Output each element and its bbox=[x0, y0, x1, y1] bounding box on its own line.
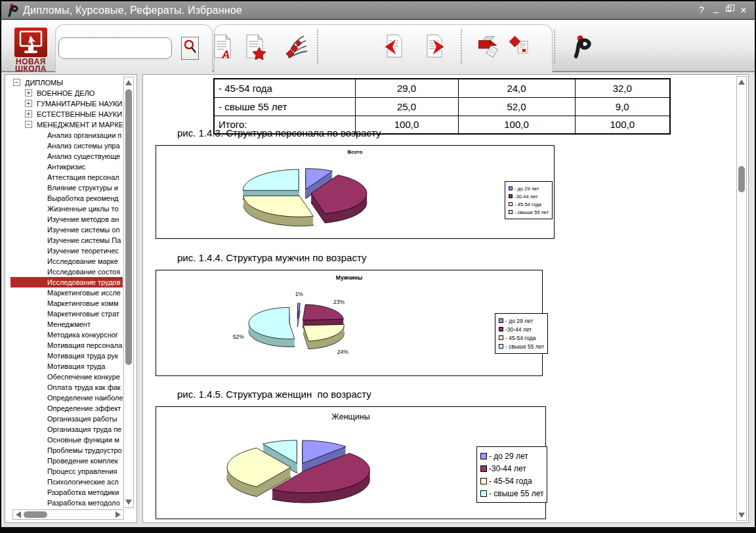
scroll-up-arrow[interactable] bbox=[125, 80, 132, 85]
document-scroll-thumb[interactable] bbox=[738, 166, 745, 192]
tree-item[interactable]: Психологические асп bbox=[10, 477, 123, 487]
tree-item-label: Определение эффект bbox=[47, 404, 121, 412]
scroll-down-arrow[interactable] bbox=[125, 500, 132, 505]
tree-horizontal-scrollbar[interactable] bbox=[12, 509, 124, 520]
legend-swatch bbox=[509, 210, 513, 214]
document-a-icon[interactable]: A bbox=[211, 33, 234, 60]
tree-item-label: Выработка рекоменд bbox=[47, 194, 118, 202]
scroll-right-arrow[interactable] bbox=[116, 511, 121, 518]
help-button[interactable]: ? bbox=[696, 4, 707, 16]
tree-item[interactable]: Жизненные циклы то bbox=[10, 203, 123, 214]
scroll-down-arrow[interactable] bbox=[738, 513, 745, 518]
tree-item-label: Анализ организации п bbox=[47, 131, 121, 139]
tree-vertical-scrollbar[interactable] bbox=[123, 77, 134, 508]
tree-item[interactable]: Организация труда пе bbox=[10, 424, 123, 435]
category-tree: −ДИПЛОМЫ+ВОЕННОЕ ДЕЛО+ГУМАНИТАРНЫЕ НАУКИ… bbox=[10, 77, 123, 507]
tree-item[interactable]: +ЕСТЕСТВЕННЫЕ НАУКИ bbox=[10, 109, 123, 119]
search-input[interactable] bbox=[58, 37, 172, 59]
legend-entry: - до 29 лет bbox=[480, 450, 543, 462]
minimize-button[interactable]: _ bbox=[710, 4, 722, 16]
legend-entry: - 45-54 года bbox=[480, 475, 543, 487]
tree-item[interactable]: Маркетинговые комм bbox=[10, 298, 123, 309]
window-title: Дипломы, Курсовые, Рефераты. Избранное bbox=[23, 1, 242, 19]
tree-item[interactable]: Изучение теоретичес bbox=[10, 245, 123, 256]
tree-item[interactable]: Изучение системы оп bbox=[10, 224, 123, 235]
tree-scroll-thumb[interactable] bbox=[125, 89, 132, 365]
chart-caption: рис. 1.4.3. Структура персонала по возра… bbox=[177, 127, 381, 139]
legend-label: - до 29 лет bbox=[514, 186, 539, 192]
pie-chart-men: Мужчины 1%23%24%52% - до 29 лет-30-44 ле… bbox=[156, 270, 543, 376]
export-icon[interactable] bbox=[509, 33, 533, 60]
tree-item[interactable]: −МЕНЕДЖМЕНТ И МАРКЕ bbox=[10, 119, 123, 130]
tree-item-label: Анализ существующе bbox=[47, 152, 120, 160]
document-vertical-scrollbar[interactable] bbox=[736, 76, 747, 521]
close-button[interactable]: × bbox=[738, 4, 749, 16]
tree-item[interactable]: +ГУМАНИТАРНЫЕ НАУКИ bbox=[10, 98, 123, 109]
chart-caption: рис. 1.4.4. Структура мужчин по возрасту bbox=[177, 252, 366, 263]
tree-item[interactable]: +ВОЕННОЕ ДЕЛО bbox=[10, 88, 123, 98]
tree-item[interactable]: Разработка методоло bbox=[10, 498, 123, 507]
tree-item[interactable]: Мотивация персонала bbox=[10, 340, 123, 351]
tree-item-label: Разработка методики bbox=[47, 488, 119, 496]
logo-monitor-icon bbox=[14, 28, 47, 57]
tree-item[interactable]: Основные функции м bbox=[10, 435, 123, 445]
tree-item[interactable]: Исследование состоя bbox=[10, 266, 123, 277]
tree-item-label: Разработка методоло bbox=[47, 499, 120, 507]
tree-item[interactable]: Исследование трудов bbox=[10, 277, 123, 288]
tree-item[interactable]: Изучение системы Па bbox=[10, 235, 123, 245]
tree-item[interactable]: Влияние структуры и bbox=[10, 182, 123, 193]
document-star-icon[interactable] bbox=[243, 33, 267, 60]
tree-item[interactable]: Антикризис bbox=[10, 161, 123, 172]
tree-item[interactable]: Процесс управления bbox=[10, 466, 123, 477]
tree-item[interactable]: Проблемы трудоустро bbox=[10, 445, 123, 456]
legend-label: - до 29 лет bbox=[505, 318, 533, 324]
collapse-icon[interactable]: − bbox=[13, 79, 20, 86]
tree-item[interactable]: Маркетинговые страт bbox=[10, 309, 123, 319]
percent-label: 24% bbox=[337, 349, 348, 355]
tree-item[interactable]: Анализ организации п bbox=[10, 130, 123, 140]
tree-item[interactable]: Аттестация персонал bbox=[10, 172, 123, 182]
table-cell: 29,0 bbox=[355, 79, 458, 97]
scroll-left-arrow[interactable] bbox=[16, 511, 21, 518]
tree-item[interactable]: Анализ существующе bbox=[10, 151, 123, 161]
forward-icon[interactable] bbox=[424, 33, 448, 60]
tree-hscroll-thumb[interactable] bbox=[24, 511, 47, 518]
legend-entry: -30-44 лет bbox=[499, 325, 544, 333]
fan-icon[interactable] bbox=[284, 33, 308, 60]
tree-item[interactable]: Оплата труда как фак bbox=[10, 382, 123, 393]
print-icon[interactable] bbox=[476, 33, 500, 60]
tree-item[interactable]: Изучение методов ан bbox=[10, 214, 123, 224]
tree-item[interactable]: Методика конкурсног bbox=[10, 330, 123, 340]
tree-item[interactable]: Маркетинговые иссле bbox=[10, 288, 123, 298]
tree-item[interactable]: Организация работы bbox=[10, 414, 123, 424]
restore-button[interactable] bbox=[724, 4, 736, 16]
expand-icon[interactable]: + bbox=[25, 110, 32, 117]
tree-item[interactable]: Обеспечение конкуре bbox=[10, 372, 123, 382]
tree-item[interactable]: −ДИПЛОМЫ bbox=[10, 77, 123, 88]
tree-item[interactable]: Проведение комплек bbox=[10, 456, 123, 466]
tree-item[interactable]: Анализ системы упра bbox=[10, 140, 123, 151]
tree-item[interactable]: Мотивация труда рук bbox=[10, 351, 123, 361]
tree-item[interactable]: Исследование марке bbox=[10, 256, 123, 266]
expand-icon[interactable]: + bbox=[25, 89, 32, 96]
tree-item-label: МЕНЕДЖМЕНТ И МАРКЕ bbox=[37, 121, 123, 129]
legend-entry: - свыше 55 лет bbox=[480, 487, 543, 500]
chart-legend: - до 29 лет-30-44 лет- 45-54 года- свыше… bbox=[495, 313, 548, 354]
expand-icon[interactable]: + bbox=[25, 100, 32, 107]
tree-item-label: Жизненные циклы то bbox=[47, 205, 119, 213]
tree-item[interactable]: Разработка методики bbox=[10, 487, 123, 498]
tree-item[interactable]: Выработка рекоменд bbox=[10, 193, 123, 203]
legend-swatch bbox=[509, 186, 513, 190]
scroll-up-arrow[interactable] bbox=[738, 79, 745, 85]
tree-item-label: Изучение теоретичес bbox=[47, 247, 119, 255]
tree-item[interactable]: Мотивация труда bbox=[10, 361, 123, 372]
tree-item[interactable]: Определение эффект bbox=[10, 403, 123, 414]
search-button[interactable] bbox=[181, 37, 199, 60]
legend-label: -30-44 лет bbox=[514, 194, 538, 200]
back-icon[interactable] bbox=[381, 33, 405, 60]
collapse-icon[interactable]: − bbox=[25, 121, 32, 128]
legend-label: - свыше 55 лет bbox=[514, 209, 549, 215]
tree-item[interactable]: Определение наиболе bbox=[10, 393, 123, 403]
tree-item[interactable]: Менеджмент bbox=[10, 319, 123, 330]
brand-icon[interactable] bbox=[572, 33, 591, 60]
